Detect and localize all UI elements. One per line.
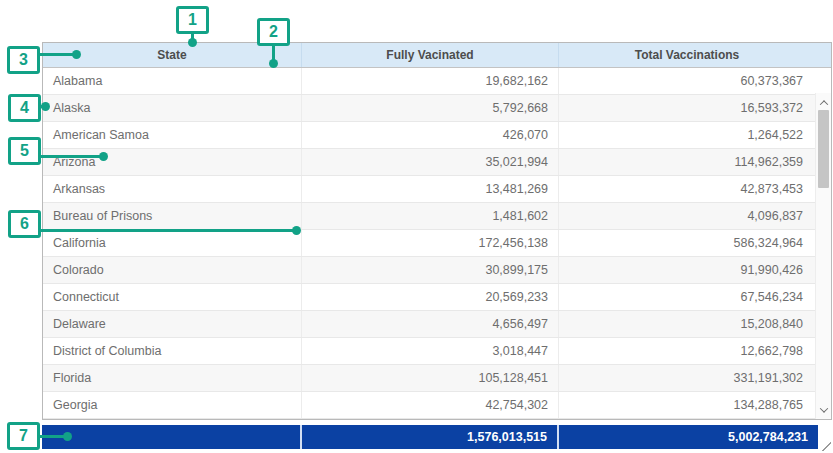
- vertical-scrollbar[interactable]: [815, 93, 831, 420]
- callout-7: 7: [7, 422, 40, 450]
- state-cell: Connecticut: [43, 284, 301, 310]
- state-cell: Delaware: [43, 311, 301, 337]
- total-vaccinations-cell: 67,546,234: [558, 284, 831, 310]
- fully-vacinated-cell: 5,792,668: [301, 95, 558, 121]
- table-row[interactable]: Florida 105,128,451 331,191,302: [43, 365, 831, 392]
- table-row[interactable]: Colorado 30,899,175 91,990,426: [43, 257, 831, 284]
- state-cell: Bureau of Prisons: [43, 203, 301, 229]
- callout-5-dot: [99, 152, 108, 161]
- total-vaccinations-cell: 60,373,367: [558, 68, 831, 94]
- callout-6-line: [40, 229, 296, 232]
- total-vaccinations-cell: 15,208,840: [558, 311, 831, 337]
- state-cell: Florida: [43, 365, 301, 391]
- callout-1-dot: [188, 38, 197, 47]
- table-row[interactable]: Alaska 5,792,668 16,593,372: [43, 95, 831, 122]
- totals-state-cell: [42, 425, 300, 449]
- table-row[interactable]: Alabama 19,682,162 60,373,367: [43, 68, 831, 95]
- fully-vacinated-cell: 42,754,302: [301, 392, 558, 418]
- chevron-up-icon: [819, 100, 827, 108]
- table-row[interactable]: California 172,456,138 586,324,964: [43, 230, 831, 257]
- state-cell: Arizona: [43, 149, 301, 175]
- fully-vacinated-cell: 1,481,602: [301, 203, 558, 229]
- state-cell: Georgia: [43, 392, 301, 418]
- total-vaccinations-cell: 586,324,964: [558, 230, 831, 256]
- table-row[interactable]: Georgia 42,754,302 134,288,765: [43, 392, 831, 419]
- fully-vacinated-cell: 105,128,451: [301, 365, 558, 391]
- fully-vacinated-cell: 35,021,994: [301, 149, 558, 175]
- chevron-down-icon: [819, 404, 827, 412]
- totals-row: 1,576,013,515 5,002,784,231: [42, 425, 818, 449]
- state-cell: California: [43, 230, 301, 256]
- totals-fully-vacinated-cell: 1,576,013,515: [300, 425, 557, 449]
- callout-4: 4: [8, 94, 41, 122]
- table-row[interactable]: American Samoa 426,070 1,264,522: [43, 122, 831, 149]
- total-vaccinations-cell: 42,873,453: [558, 176, 831, 202]
- totals-total-vaccinations-cell: 5,002,784,231: [557, 425, 818, 449]
- state-cell: Arkansas: [43, 176, 301, 202]
- total-vaccinations-cell: 91,990,426: [558, 257, 831, 283]
- callout-7-dot: [63, 432, 72, 441]
- callout-2: 2: [257, 18, 290, 46]
- table-row[interactable]: Connecticut 20,569,233 67,546,234: [43, 284, 831, 311]
- resize-grip-icon[interactable]: [822, 442, 831, 451]
- scroll-up-button[interactable]: [816, 95, 831, 110]
- table-header-row: State Fully Vacinated Total Vaccinations: [43, 43, 831, 68]
- callout-6: 6: [8, 210, 41, 238]
- fully-vacinated-cell: 426,070: [301, 122, 558, 148]
- callout-5-line: [40, 155, 103, 158]
- total-vaccinations-cell: 114,962,359: [558, 149, 831, 175]
- total-vaccinations-cell: 16,593,372: [558, 95, 831, 121]
- total-vaccinations-cell: 12,662,798: [558, 338, 831, 364]
- total-vaccinations-cell: 331,191,302: [558, 365, 831, 391]
- table-row[interactable]: Arizona 35,021,994 114,962,359: [43, 149, 831, 176]
- callout-3-line: [39, 53, 76, 56]
- table-body: Alabama 19,682,162 60,373,367 Alaska 5,7…: [43, 68, 831, 420]
- callout-4-dot: [41, 102, 50, 111]
- total-vaccinations-cell: 4,096,837: [558, 203, 831, 229]
- state-cell: American Samoa: [43, 122, 301, 148]
- callout-2-dot: [269, 59, 278, 68]
- state-cell: Colorado: [43, 257, 301, 283]
- column-header-state[interactable]: State: [43, 43, 301, 67]
- fully-vacinated-cell: 19,682,162: [301, 68, 558, 94]
- state-cell: Alaska: [43, 95, 301, 121]
- column-header-total-vaccinations[interactable]: Total Vaccinations: [558, 43, 831, 67]
- table-widget-canvas: State Fully Vacinated Total Vaccinations…: [0, 0, 833, 453]
- fully-vacinated-cell: 4,656,497: [301, 311, 558, 337]
- table-row[interactable]: Delaware 4,656,497 15,208,840: [43, 311, 831, 338]
- table-row[interactable]: Bureau of Prisons 1,481,602 4,096,837: [43, 203, 831, 230]
- callout-1: 1: [176, 6, 209, 34]
- callout-3: 3: [7, 46, 40, 74]
- fully-vacinated-cell: 172,456,138: [301, 230, 558, 256]
- fully-vacinated-cell: 30,899,175: [301, 257, 558, 283]
- fully-vacinated-cell: 3,018,447: [301, 338, 558, 364]
- callout-5: 5: [8, 137, 41, 165]
- state-cell: Alabama: [43, 68, 301, 94]
- state-cell: District of Columbia: [43, 338, 301, 364]
- total-vaccinations-cell: 1,264,522: [558, 122, 831, 148]
- table-row[interactable]: Arkansas 13,481,269 42,873,453: [43, 176, 831, 203]
- column-header-fully-vacinated[interactable]: Fully Vacinated: [301, 43, 558, 67]
- table-row[interactable]: District of Columbia 3,018,447 12,662,79…: [43, 338, 831, 365]
- callout-6-dot: [292, 226, 301, 235]
- fully-vacinated-cell: 20,569,233: [301, 284, 558, 310]
- scrollbar-thumb[interactable]: [818, 110, 829, 188]
- total-vaccinations-cell: 134,288,765: [558, 392, 831, 418]
- fully-vacinated-cell: 13,481,269: [301, 176, 558, 202]
- callout-3-dot: [72, 50, 81, 59]
- scroll-down-button[interactable]: [816, 402, 831, 417]
